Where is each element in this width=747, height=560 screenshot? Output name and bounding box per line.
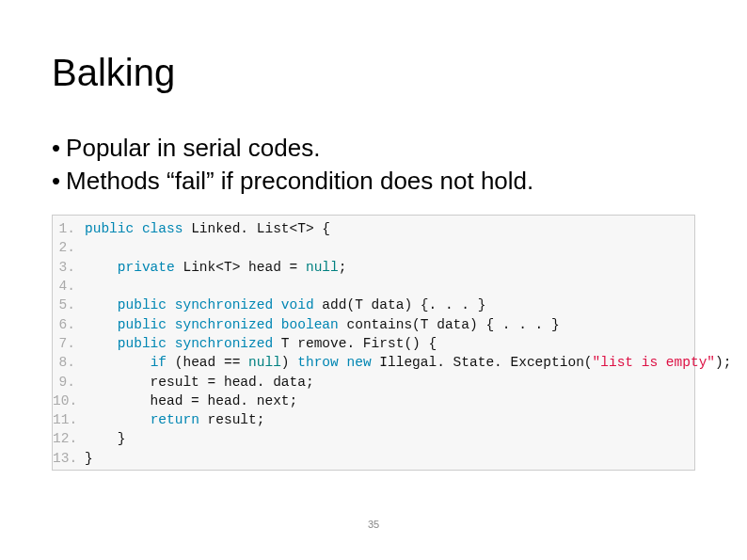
line-number: 11. bbox=[53, 410, 85, 429]
code-content: result = head. data; bbox=[85, 373, 314, 392]
page-number: 35 bbox=[0, 519, 747, 530]
code-line: 5. public synchronized void add(T data) … bbox=[53, 296, 694, 314]
bullet-text: Methods “fail” if precondition does not … bbox=[66, 165, 533, 198]
code-line: 12. } bbox=[53, 429, 694, 448]
line-number: 5. bbox=[53, 296, 85, 314]
line-number: 13. bbox=[53, 449, 85, 468]
slide: Balking • Popular in serial codes. • Met… bbox=[0, 0, 747, 560]
line-number: 8. bbox=[53, 353, 85, 372]
line-number: 10. bbox=[53, 392, 85, 410]
code-content: public synchronized void add(T data) {. … bbox=[85, 296, 485, 314]
code-content: private Link<T> head = null; bbox=[85, 258, 346, 277]
code-content: } bbox=[85, 449, 93, 468]
code-content: public class Linked. List<T> { bbox=[85, 219, 330, 238]
line-number: 7. bbox=[53, 334, 85, 353]
line-number: 6. bbox=[53, 315, 85, 334]
code-line: 8. if (head == null) throw new Illegal. … bbox=[53, 353, 694, 372]
line-number: 2. bbox=[53, 238, 85, 257]
bullet-item: • Popular in serial codes. bbox=[52, 132, 695, 165]
line-number: 4. bbox=[53, 277, 85, 296]
bullet-list: • Popular in serial codes. • Methods “fa… bbox=[52, 132, 695, 198]
code-content bbox=[85, 277, 93, 296]
code-content: if (head == null) throw new Illegal. Sta… bbox=[85, 353, 731, 372]
code-line: 3. private Link<T> head = null; bbox=[53, 258, 694, 277]
code-content: public synchronized boolean contains(T d… bbox=[85, 315, 560, 334]
code-content: head = head. next; bbox=[85, 392, 297, 410]
line-number: 12. bbox=[53, 429, 85, 448]
code-block: 1.public class Linked. List<T> {2. 3. pr… bbox=[52, 215, 695, 471]
bullet-text: Popular in serial codes. bbox=[66, 132, 320, 165]
code-line: 13.} bbox=[53, 449, 694, 468]
code-line: 7. public synchronized T remove. First()… bbox=[53, 334, 694, 353]
code-content: } bbox=[85, 429, 126, 448]
code-content: return result; bbox=[85, 410, 264, 429]
bullet-item: • Methods “fail” if precondition does no… bbox=[52, 165, 695, 198]
code-line: 4. bbox=[53, 277, 694, 296]
line-number: 1. bbox=[53, 219, 85, 238]
code-content bbox=[85, 238, 93, 257]
bullet-dot: • bbox=[52, 165, 60, 198]
code-line: 9. result = head. data; bbox=[53, 373, 694, 392]
line-number: 3. bbox=[53, 258, 85, 277]
code-line: 2. bbox=[53, 238, 694, 257]
code-line: 1.public class Linked. List<T> { bbox=[53, 219, 694, 238]
code-line: 10. head = head. next; bbox=[53, 392, 694, 410]
code-line: 11. return result; bbox=[53, 410, 694, 429]
code-content: public synchronized T remove. First() { bbox=[85, 334, 437, 353]
code-line: 6. public synchronized boolean contains(… bbox=[53, 315, 694, 334]
bullet-dot: • bbox=[52, 132, 60, 165]
slide-title: Balking bbox=[52, 52, 695, 94]
line-number: 9. bbox=[53, 373, 85, 392]
